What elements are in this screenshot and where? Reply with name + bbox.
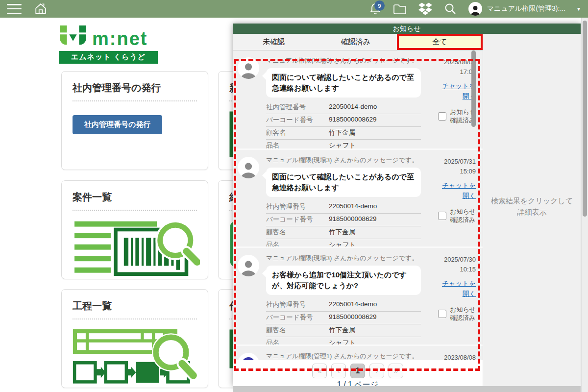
message-bubble: 図面について確認したいことがあるので至急連絡お願いします <box>266 68 421 98</box>
detail-label: 社内管理番号 <box>266 103 329 112</box>
detail-value: シャフト <box>329 339 356 345</box>
tab-all[interactable]: 全て <box>397 34 483 50</box>
checkbox-label: お知らせ確認済み <box>450 207 476 224</box>
message-main: マニュアル権限(現場3) さんからのメッセージです。 図面について確認したいこと… <box>266 54 421 148</box>
detail-row: 品名シャフト <box>266 239 421 247</box>
detail-row: 顧客名竹下金属 <box>266 324 421 337</box>
window-scrollbar-thumb[interactable] <box>583 21 587 217</box>
detail-row: バーコード番号9185000008629 <box>266 214 421 226</box>
notification-tabs: 未確認 確認済み 全て <box>233 34 483 50</box>
sender-avatar-icon <box>238 255 259 276</box>
sender-avatar-icon <box>238 353 259 360</box>
card-project-list[interactable]: 案件一覧 <box>61 180 208 279</box>
home-icon[interactable] <box>34 2 47 15</box>
detail-label: 品名 <box>266 339 329 345</box>
sender-line: マニュアル権限(現場3) さんからのメッセージです。 <box>266 254 421 263</box>
panel-body: 未確認 確認済み 全て マニュアル権限(現場3) さんからのメッセージです。 <box>233 34 581 386</box>
notice-confirmed-checkbox[interactable] <box>438 212 446 220</box>
open-chat-link[interactable]: チャットを開く <box>438 181 476 201</box>
app-logo: m:net エムネット くらうど <box>59 25 163 64</box>
user-name-label[interactable]: マニュアル権限(管理3):... <box>487 4 565 13</box>
panel-title: お知らせ <box>233 24 581 34</box>
detail-label: 社内管理番号 <box>266 202 329 211</box>
user-avatar[interactable] <box>468 2 482 16</box>
brand-subtitle: エムネット くらうど <box>59 51 158 64</box>
sender-avatar-icon <box>238 57 259 79</box>
detail-label: 顧客名 <box>266 326 329 335</box>
page-number-button[interactable]: 1 <box>350 364 365 378</box>
open-chat-link[interactable]: チャットを開く <box>438 81 476 102</box>
detail-label: バーコード番号 <box>266 313 329 322</box>
notification-item[interactable]: マニュアル権限(現場3) さんからのメッセージです。 お客様から追加で10個注文… <box>233 246 483 344</box>
detail-row: 社内管理番号22050014-demo <box>266 201 421 214</box>
barcode-search-icon <box>73 220 197 284</box>
message-details: 社内管理番号22050014-demo バーコード番号9185000008629… <box>266 201 421 247</box>
detail-label: 社内管理番号 <box>266 300 329 309</box>
sender-line: マニュアル権限(管理1) さんからのメッセージです。 <box>266 352 421 360</box>
detail-row: 顧客名竹下金属 <box>266 127 421 140</box>
message-details: 社内管理番号22050014-demo バーコード番号9185000008629… <box>266 299 421 345</box>
pagination: « ‹ 1 › » 1 / 1 ページ <box>233 360 483 386</box>
detail-label: バーコード番号 <box>266 116 329 124</box>
message-main: マニュアル権限(現場3) さんからのメッセージです。 図面について確認したいこと… <box>266 154 421 246</box>
detail-value: 竹下金属 <box>329 228 355 237</box>
detail-label: 顧客名 <box>266 228 329 237</box>
page-last-button[interactable]: » <box>389 364 403 378</box>
list-scrollbar-thumb[interactable] <box>471 50 476 127</box>
topbar: 9 マニュアル権限(管理3):... <box>0 0 588 18</box>
message-date: 2025/07/31 <box>444 157 476 167</box>
detail-label: 品名 <box>266 241 329 247</box>
panel-bottom-strip <box>233 386 581 392</box>
notifications-panel: お知らせ 未確認 確認済み 全て <box>233 24 581 386</box>
notifications-bell-icon[interactable]: 9 <box>369 2 381 15</box>
card-title: 工程一覧 <box>73 299 197 313</box>
page-next-button[interactable]: › <box>369 364 384 378</box>
sender-avatar-icon <box>238 157 259 178</box>
card-process-list[interactable]: 工程一覧 <box>61 289 208 388</box>
detail-value: 竹下金属 <box>329 128 355 137</box>
notification-item[interactable]: マニュアル権限(管理1) さんからのメッセージです。 2023/08/08 <box>233 344 483 360</box>
detail-row: 品名シャフト <box>266 337 421 345</box>
folder-icon[interactable] <box>393 3 407 15</box>
detail-row: バーコード番号9185000008629 <box>266 312 421 324</box>
checkbox-label: お知らせ確認済み <box>450 305 476 322</box>
process-flow-search-icon <box>73 329 197 391</box>
confirm-row: お知らせ確認済み <box>438 108 476 125</box>
notice-confirmed-checkbox[interactable] <box>438 310 446 318</box>
message-main: マニュアル権限(現場3) さんからのメッセージです。 お客様から追加で10個注文… <box>266 252 421 344</box>
dropbox-icon[interactable] <box>418 2 432 15</box>
divider <box>73 100 197 101</box>
notice-confirmed-checkbox[interactable] <box>438 112 446 121</box>
notification-list-pane: 未確認 確認済み 全て マニュアル権限(現場3) さんからのメッセージです。 <box>233 34 483 386</box>
message-date: 2025/07/30 <box>444 255 476 265</box>
logo-mark-icon <box>59 25 87 48</box>
open-chat-link[interactable]: チャットを開く <box>438 279 476 299</box>
issue-control-number-button[interactable]: 社内管理番号の発行 <box>73 115 162 134</box>
detail-value: 22050014-demo <box>329 300 377 309</box>
notification-item[interactable]: マニュアル権限(現場3) さんからのメッセージです。 図面について確認したいこと… <box>233 148 483 246</box>
menu-icon[interactable] <box>7 4 22 14</box>
page-first-button[interactable]: « <box>312 364 327 378</box>
detail-row: 社内管理番号22050014-demo <box>266 101 421 114</box>
detail-label: 顧客名 <box>266 128 329 137</box>
tab-confirmed[interactable]: 確認済み <box>315 34 396 50</box>
message-bubble: お客様から追加で10個注文頂いたのですが、対応可能でしょうか? <box>266 266 421 295</box>
detail-value: 竹下金属 <box>329 326 355 335</box>
divider <box>73 210 197 211</box>
detail-row: 社内管理番号22050014-demo <box>266 299 421 312</box>
page-prev-button[interactable]: ‹ <box>331 364 346 378</box>
detail-value: 22050014-demo <box>329 202 377 211</box>
tab-unconfirmed[interactable]: 未確認 <box>233 34 315 50</box>
notification-item[interactable]: マニュアル権限(現場3) さんからのメッセージです。 図面について確認したいこと… <box>233 50 483 148</box>
window-scrollbar[interactable] <box>581 18 588 392</box>
detail-label: バーコード番号 <box>266 215 329 224</box>
hint-line: 検索結果をクリックして <box>483 196 581 207</box>
detail-value: 22050014-demo <box>329 103 377 112</box>
card-control-number: 社内管理番号の発行 社内管理番号の発行 <box>61 71 208 170</box>
divider <box>73 318 197 319</box>
detail-hint-pane: 検索結果をクリックして 詳細表示 <box>483 34 581 386</box>
message-time: 15:09 <box>460 167 476 176</box>
notification-list: マニュアル権限(現場3) さんからのメッセージです。 図面について確認したいこと… <box>233 50 483 360</box>
user-menu-caret-icon[interactable]: ▼ <box>576 6 581 12</box>
search-icon[interactable] <box>444 2 457 15</box>
